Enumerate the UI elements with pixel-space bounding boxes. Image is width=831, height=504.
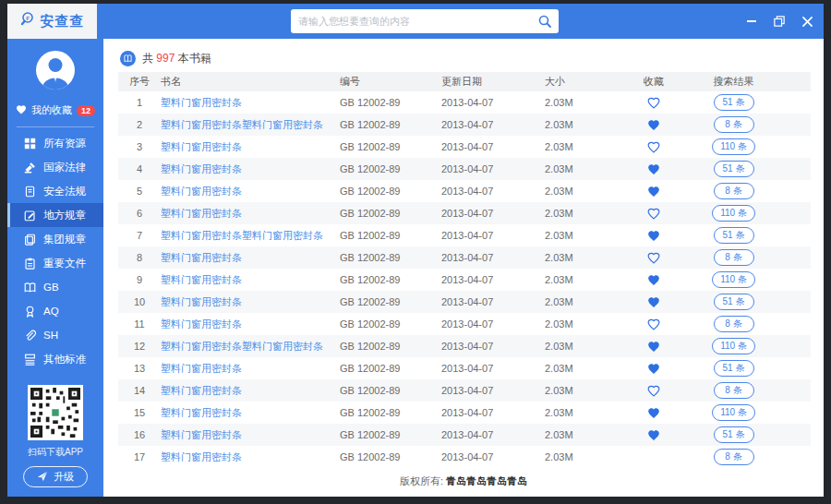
search-icon[interactable] [531,9,559,33]
search-results-badge[interactable]: 110 条 [712,404,755,421]
close-icon[interactable] [800,14,814,29]
row-index: 5 [118,186,161,197]
row-date: 2013-04-07 [432,208,534,219]
table-row: 10 塑料门窗用密封条 GB 12002-89 2013-04-07 2.03M… [118,291,811,313]
book-title-link[interactable]: 塑料门窗用密封条 [161,451,242,462]
favorite-heart-icon[interactable] [647,363,660,375]
table-header-row: 序号书名编号更新日期大小收藏搜索结果 [118,72,811,91]
sidebar-item-6[interactable]: 重要文件 [7,251,103,275]
search-results-badge[interactable]: 51 条 [714,227,754,244]
sidebar-item-7[interactable]: GB [7,275,103,299]
document-icon [23,185,36,198]
favorite-heart-icon[interactable] [647,407,660,419]
upgrade-button[interactable]: 升级 [23,466,88,487]
favorite-heart-icon[interactable] [647,318,660,330]
favorite-heart-icon[interactable] [647,119,660,131]
book-title-link[interactable]: 塑料门窗用密封条塑料门窗用密封条 [161,119,323,130]
book-title-link[interactable]: 塑料门窗用密封条 [161,385,242,396]
logo-text: 安查查 [41,13,85,30]
favorite-heart-icon[interactable] [647,230,660,242]
favorite-heart-icon[interactable] [647,252,660,264]
book-title-link[interactable]: 塑料门窗用密封条 [161,141,242,152]
book-title-link[interactable]: 塑料门窗用密封条 [161,208,242,219]
minimize-icon[interactable] [744,14,759,29]
row-index: 2 [118,119,161,130]
search-results-badge[interactable]: 8 条 [714,116,754,133]
sidebar-item-8[interactable]: AQ [7,299,103,323]
book-title-link[interactable]: 塑料门窗用密封条 [161,296,242,307]
svg-text:F: F [26,16,30,21]
row-size: 2.03M [534,341,614,352]
search-results-badge[interactable]: 110 条 [712,338,755,354]
book-title-link[interactable]: 塑料门窗用密封条 [161,318,242,330]
table-row: 1 塑料门窗用密封条 GB 12002-89 2013-04-07 2.03M … [118,91,811,114]
my-favorites[interactable]: 我的收藏 12 [7,103,103,117]
search-bar [291,9,559,33]
row-code: GB 12002-89 [331,252,432,263]
book-title-link[interactable]: 塑料门窗用密封条 [161,97,242,108]
book-title-link[interactable]: 塑料门窗用密封条塑料门窗用密封条 [161,341,323,352]
search-results-badge[interactable]: 110 条 [712,138,755,155]
column-header: 搜索结果 [693,75,811,89]
favorite-heart-icon[interactable] [647,385,660,397]
sidebar-item-9[interactable]: SH [7,323,103,347]
search-results-badge[interactable]: 51 条 [714,426,754,443]
search-results-badge[interactable]: 51 条 [714,294,754,310]
row-date: 2013-04-07 [432,363,534,374]
column-header: 编号 [331,75,432,89]
search-results-badge[interactable]: 51 条 [714,94,754,111]
search-results-badge[interactable]: 8 条 [714,183,754,199]
sidebar-item-10[interactable]: 其他标准 [7,347,103,371]
favorite-heart-icon[interactable] [647,97,660,109]
row-code: GB 12002-89 [331,318,432,330]
row-code: GB 12002-89 [331,208,432,219]
favorite-heart-icon[interactable] [647,186,660,198]
search-input[interactable] [291,16,531,27]
count-bar: 共 997 本书籍 [103,39,824,72]
book-title-link[interactable]: 塑料门窗用密封条 [161,363,242,374]
book-title-link[interactable]: 塑料门窗用密封条 [161,163,242,174]
restore-icon[interactable] [772,14,787,29]
sidebar-item-3[interactable]: 安全法规 [7,179,103,203]
row-date: 2013-04-07 [432,451,534,462]
favorite-heart-icon[interactable] [647,163,660,175]
favorite-heart-icon[interactable] [647,141,660,153]
favorite-heart-icon[interactable] [647,296,660,308]
book-title-link[interactable]: 塑料门窗用密封条 [161,186,242,197]
search-results-badge[interactable]: 110 条 [712,205,755,222]
row-code: GB 12002-89 [331,429,432,440]
search-results-badge[interactable]: 8 条 [714,382,754,399]
book-title-link[interactable]: 塑料门窗用密封条 [161,429,242,440]
book-icon [23,281,36,294]
sidebar-item-1[interactable]: 所有资源 [7,131,103,155]
favorite-heart-icon[interactable] [647,208,660,220]
row-size: 2.03M [534,429,614,440]
row-index: 17 [118,451,161,462]
copyright-owner: 青岛青岛青岛青岛 [446,475,527,486]
sidebar-item-5[interactable]: 集团规章 [7,227,103,251]
table-row: 4 塑料门窗用密封条 GB 12002-89 2013-04-07 2.03M … [118,158,811,180]
row-code: GB 12002-89 [331,119,432,130]
favorite-heart-icon[interactable] [647,341,660,353]
search-results-badge[interactable]: 8 条 [714,249,754,266]
row-date: 2013-04-07 [432,318,534,330]
book-title-link[interactable]: 塑料门窗用密封条塑料门窗用密封条 [161,230,323,241]
favorite-heart-icon[interactable] [647,429,660,441]
search-results-badge[interactable]: 110 条 [712,271,755,288]
table-row: 5 塑料门窗用密封条 GB 12002-89 2013-04-07 2.03M … [118,180,811,202]
row-size: 2.03M [534,385,614,396]
table-row: 16 塑料门窗用密封条 GB 12002-89 2013-04-07 2.03M… [118,424,811,446]
book-title-link[interactable]: 塑料门窗用密封条 [161,407,242,418]
search-results-badge[interactable]: 8 条 [714,316,754,332]
book-title-link[interactable]: 塑料门窗用密封条 [161,274,242,285]
search-results-badge[interactable]: 8 条 [714,449,754,465]
stack-icon [23,353,36,366]
search-results-badge[interactable]: 51 条 [714,161,754,177]
search-results-badge[interactable]: 51 条 [714,360,754,377]
sidebar-item-4[interactable]: 地方规章 [7,203,103,227]
table-body: 1 塑料门窗用密封条 GB 12002-89 2013-04-07 2.03M … [118,91,811,468]
favorite-heart-icon[interactable] [647,274,660,286]
book-title-link[interactable]: 塑料门窗用密封条 [161,252,242,263]
sidebar-item-2[interactable]: 国家法律 [7,155,103,179]
row-date: 2013-04-07 [432,163,534,174]
